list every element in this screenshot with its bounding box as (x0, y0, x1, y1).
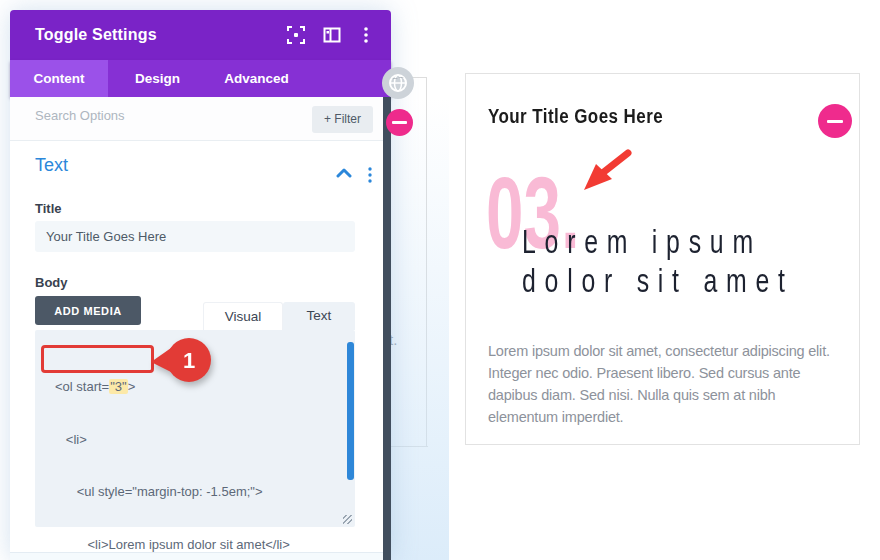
highlighted-attribute-value: "3" (109, 379, 127, 394)
minus-icon (392, 121, 407, 124)
preview-paragraph-line: Integer nec odio. Praesent libero. Sed c… (488, 362, 856, 384)
add-media-button[interactable]: ADD MEDIA (35, 296, 141, 325)
preview-paragraph-line: dapibus diam. Sed nisi. Nulla quis sem a… (488, 384, 856, 406)
background-toggle-close-icon[interactable] (386, 109, 413, 136)
code-line: <li> (55, 431, 335, 449)
annotation-step-balloon: 1 (143, 331, 215, 393)
tab-design[interactable]: Design (108, 60, 207, 97)
preview-list-text-line2: dolor sit amet (522, 261, 794, 300)
section-title-text[interactable]: Text (35, 155, 68, 176)
preview-paragraph-line: elementum imperdiet. (488, 406, 856, 428)
section-kebab-icon[interactable] (365, 166, 375, 184)
annotation-highlight-box (41, 345, 154, 373)
editor-resize-grip[interactable] (343, 515, 352, 524)
tab-content[interactable]: Content (10, 60, 108, 97)
toggle-preview-card: Your Title Goes Here 03. Lorem ipsum dol… (465, 73, 860, 445)
code-line: <li>Lorem ipsum dolor sit amet</li> (55, 536, 335, 554)
editor-scrollbar[interactable] (347, 342, 354, 480)
modal-glow (391, 97, 449, 560)
editor-tab-text[interactable]: Text (283, 302, 355, 330)
search-options-input[interactable] (35, 108, 285, 123)
body-field-label: Body (35, 275, 68, 290)
focus-expand-icon[interactable] (286, 25, 306, 45)
modal-edge-scrollbar[interactable] (383, 97, 391, 560)
title-input[interactable] (35, 221, 355, 252)
screenshot-stage: t. Your Title Goes Here 03. Lorem ipsum … (0, 0, 880, 560)
globe-icon[interactable] (382, 67, 414, 99)
preview-paragraph: Lorem ipsum dolor sit amet, consectetur … (488, 340, 856, 428)
tab-advanced[interactable]: Advanced (207, 60, 306, 97)
modal-header[interactable]: Toggle Settings (10, 10, 391, 60)
chevron-up-icon[interactable] (336, 168, 352, 178)
editor-tab-visual[interactable]: Visual (203, 302, 283, 330)
title-field-label: Title (35, 201, 62, 216)
preview-paragraph-line: Lorem ipsum dolor sit amet, consectetur … (488, 340, 856, 362)
minus-icon (827, 120, 843, 123)
annotation-arrow-icon (578, 146, 638, 196)
filter-button[interactable]: + Filter (312, 106, 373, 133)
preview-toggle-title: Your Title Goes Here (488, 105, 663, 128)
kebab-menu-icon[interactable] (360, 25, 372, 45)
toggle-settings-modal: Toggle Settings Content Design Advanced … (10, 10, 391, 560)
annotation-step-number: 1 (183, 348, 195, 373)
modal-tab-bar: Content Design Advanced (10, 60, 391, 97)
preview-list-text-line1: Lorem ipsum (522, 222, 762, 261)
toggle-close-icon[interactable] (818, 104, 852, 138)
code-line: <ul style="margin-top: -1.5em;"> (55, 483, 335, 501)
search-options-bar: + Filter (10, 97, 383, 141)
modal-footer (10, 553, 383, 560)
modal-title: Toggle Settings (35, 26, 157, 44)
body-code-editor[interactable]: <ol start="3"> <li> <ul style="margin-to… (35, 330, 355, 527)
panel-layout-icon[interactable] (322, 25, 342, 45)
